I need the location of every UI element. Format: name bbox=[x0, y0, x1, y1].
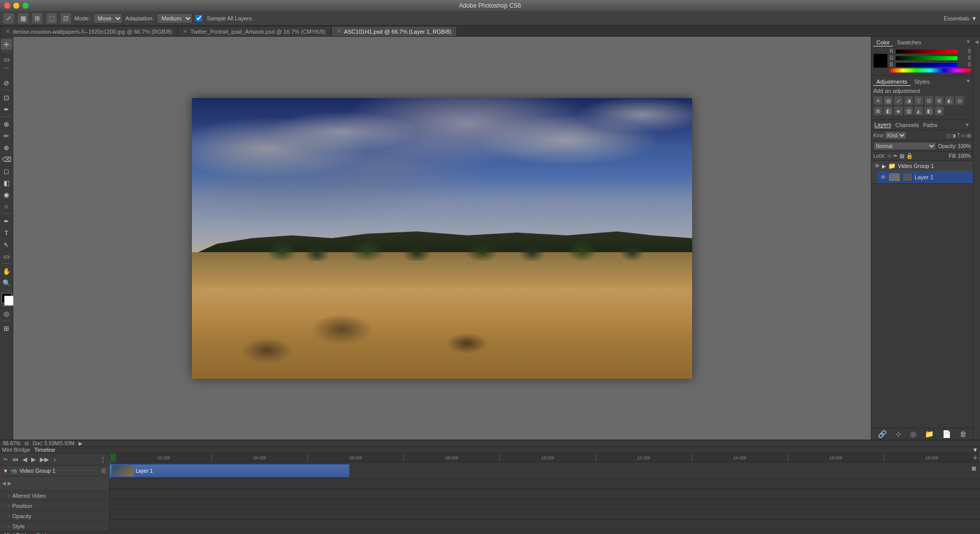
cut-btn[interactable]: ✂ bbox=[2, 456, 9, 463]
tab-close-asc[interactable]: ✕ bbox=[337, 29, 341, 34]
group-visibility-icon[interactable]: 👁 bbox=[874, 163, 880, 169]
lock-pixels-icon[interactable]: ▦ bbox=[899, 153, 904, 159]
link-layers-btn[interactable]: 🔗 bbox=[878, 430, 887, 438]
tab-asc[interactable]: ✕ ASC101H1.psd @ 66.7% (Layer 1, RGB/8) bbox=[331, 26, 457, 36]
group-chevron-icon[interactable]: ▼ bbox=[3, 468, 8, 474]
lasso-tool[interactable]: ⌒ bbox=[1, 65, 12, 77]
show-transform[interactable]: ⊞ bbox=[32, 13, 43, 24]
play-btn[interactable]: ▶ bbox=[30, 456, 37, 463]
tl-prop-circle-icon[interactable]: ○ bbox=[7, 493, 10, 498]
exposure-icon[interactable]: ◑ bbox=[904, 96, 913, 105]
tab-close-denise[interactable]: ✕ bbox=[6, 29, 10, 34]
filter-adj-icon[interactable]: ◑ bbox=[951, 133, 956, 138]
layer-group-row[interactable]: 👁 ▶ 📁 Video Group 1 bbox=[871, 161, 973, 171]
eraser-tool[interactable]: ◻ bbox=[1, 165, 12, 177]
add-mask-btn[interactable]: ◎ bbox=[910, 430, 916, 438]
blend-mode-select[interactable]: Normal bbox=[873, 142, 936, 150]
new-layer-btn[interactable]: 📄 bbox=[942, 430, 951, 438]
zoom-tool[interactable]: 🔍 bbox=[1, 277, 12, 288]
color-lookup-icon[interactable]: ◧ bbox=[884, 106, 893, 115]
sample-all-checkbox[interactable] bbox=[195, 15, 202, 21]
background-color[interactable] bbox=[4, 296, 14, 306]
fill-value[interactable]: 100% bbox=[958, 153, 971, 159]
quick-select[interactable]: ⊘ bbox=[1, 77, 12, 88]
close-button[interactable] bbox=[4, 3, 10, 9]
hand-tool[interactable]: ✋ bbox=[1, 265, 12, 277]
color-spectrum[interactable] bbox=[890, 68, 971, 72]
filter-smart-icon[interactable]: ⊞ bbox=[967, 133, 971, 138]
tl-expand-left-icon[interactable]: ◀ bbox=[2, 480, 6, 486]
curves-icon[interactable]: ⤢ bbox=[894, 96, 903, 105]
path-select[interactable]: ↖ bbox=[1, 239, 12, 250]
tab-twitter[interactable]: ✕ Twitter_Portrait_ipad_Artwork.psd @ 16… bbox=[178, 26, 331, 36]
group-expand-icon[interactable]: ▶ bbox=[882, 163, 886, 169]
color-panel-collapse[interactable]: ▼ bbox=[966, 39, 971, 46]
gradient-map-icon[interactable]: ◧ bbox=[924, 106, 934, 115]
tl-group-settings-icon[interactable]: ⊞ bbox=[101, 467, 106, 474]
adaptation-select[interactable]: Medium bbox=[157, 13, 192, 23]
option4[interactable]: ⬚ bbox=[46, 13, 57, 24]
adjustments-tab[interactable]: Adjustments bbox=[873, 78, 911, 86]
dodge-tool[interactable]: ○ bbox=[1, 201, 12, 212]
paths-tab[interactable]: Paths bbox=[923, 122, 938, 128]
bridge-link[interactable]: Bridge bbox=[36, 532, 53, 534]
layer1-visibility-icon[interactable]: 👁 bbox=[880, 174, 886, 180]
threshold-icon[interactable]: ◭ bbox=[914, 106, 923, 115]
swatches-tab[interactable]: Swatches bbox=[894, 39, 924, 46]
layers-panel-collapse[interactable]: ▼ bbox=[965, 122, 970, 128]
zoom-icon[interactable]: ⊟ bbox=[24, 441, 29, 446]
play-preview-icon[interactable]: ▶ bbox=[79, 441, 83, 446]
tab-denise[interactable]: ✕ denise-nouvion-wallpapers-5--1920x1200… bbox=[0, 26, 178, 36]
screen-mode[interactable]: ⊞ bbox=[1, 323, 12, 334]
move-tool[interactable]: ✛ bbox=[1, 39, 12, 50]
color-tab[interactable]: Color bbox=[873, 39, 893, 46]
next-frame-btn[interactable]: ▶▶ bbox=[39, 456, 50, 463]
add-style-btn[interactable]: ⊹ bbox=[895, 430, 901, 438]
pen-tool[interactable]: ✒ bbox=[1, 215, 12, 227]
healing-brush[interactable]: ⊕ bbox=[1, 118, 12, 130]
mini-bridge-tab[interactable]: Mini Bridge bbox=[2, 447, 30, 453]
clone-stamp[interactable]: ⊗ bbox=[1, 142, 12, 153]
channels-tab[interactable]: Channels bbox=[895, 122, 919, 128]
hsl-icon[interactable]: ⊟ bbox=[924, 96, 934, 105]
blur-tool[interactable]: ◉ bbox=[1, 189, 12, 200]
invert-icon[interactable]: ◈ bbox=[894, 106, 903, 115]
maximize-button[interactable] bbox=[22, 3, 29, 9]
move-tool-options[interactable]: ⤢ bbox=[3, 13, 14, 24]
auto-select[interactable]: ▦ bbox=[17, 13, 29, 24]
rewind-btn[interactable]: ⏮ bbox=[11, 456, 19, 463]
tl-clip-end-handle[interactable] bbox=[972, 467, 976, 471]
tab-close-twitter[interactable]: ✕ bbox=[183, 29, 187, 34]
filter-type-icon[interactable]: T bbox=[957, 133, 960, 138]
filter-pixel-icon[interactable]: ◻ bbox=[946, 133, 950, 138]
tl-style-circle-icon[interactable]: ○ bbox=[7, 523, 10, 529]
colorbalance-icon[interactable]: ⊞ bbox=[935, 96, 944, 105]
tl-clip[interactable]: Layer 1 bbox=[110, 464, 350, 477]
lock-all-icon[interactable]: 🔒 bbox=[906, 153, 913, 159]
adj-panel-collapse[interactable]: ▼ bbox=[966, 78, 971, 86]
color-preview[interactable] bbox=[873, 54, 888, 68]
audio-btn[interactable]: ♪ bbox=[52, 456, 57, 463]
r-slider[interactable] bbox=[896, 50, 958, 54]
type-tool[interactable]: T bbox=[1, 227, 12, 238]
kind-select[interactable]: Kind bbox=[885, 131, 906, 139]
opacity-value[interactable]: 100% bbox=[958, 143, 971, 149]
layers-tab[interactable]: Layers bbox=[874, 122, 891, 128]
tl-position-circle-icon[interactable]: ○ bbox=[7, 503, 10, 508]
shape-tool[interactable]: ▭ bbox=[1, 251, 12, 262]
bw-icon[interactable]: ◐ bbox=[945, 96, 954, 105]
timeline-collapse-btn[interactable]: ▼ bbox=[972, 447, 978, 453]
marquee-tool[interactable]: ▭ bbox=[1, 54, 12, 65]
collapse-btn[interactable]: ◀ bbox=[974, 39, 980, 45]
lock-paint-icon[interactable]: ✒ bbox=[893, 153, 898, 159]
filter-shape-icon[interactable]: ▭ bbox=[961, 133, 966, 138]
gradient-tool[interactable]: ◧ bbox=[1, 177, 12, 188]
crop-tool[interactable]: ⊡ bbox=[1, 92, 12, 103]
tl-expand-right-icon[interactable]: ▶ bbox=[8, 480, 12, 486]
channel-mixer-icon[interactable]: ⊠ bbox=[873, 106, 883, 115]
vibrance-icon[interactable]: ▽ bbox=[914, 96, 923, 105]
brightness-icon[interactable]: ☀ bbox=[873, 96, 883, 105]
timeline-tab[interactable]: Timeline bbox=[34, 447, 55, 453]
delete-layer-btn[interactable]: 🗑 bbox=[960, 430, 967, 438]
selective-color-icon[interactable]: ◉ bbox=[935, 106, 944, 115]
